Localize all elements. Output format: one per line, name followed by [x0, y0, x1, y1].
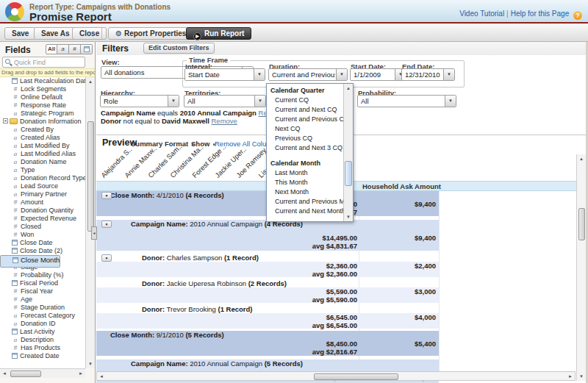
field-item[interactable]: aCreated Alias	[0, 134, 85, 142]
dropdown-option[interactable]: Current and Next CQ	[267, 105, 344, 115]
end-date-input[interactable]: 12/31/2010▼	[401, 68, 455, 81]
scrollbar-thumb[interactable]	[578, 208, 585, 240]
expander-icon[interactable]	[3, 118, 8, 124]
text-field-filter[interactable]: a	[57, 44, 69, 54]
run-report-button[interactable]: ▶Run Report	[186, 27, 251, 40]
field-item[interactable]: #Amount	[0, 198, 85, 207]
dropdown-option[interactable]: Last Month	[267, 168, 344, 178]
field-item[interactable]: #Online Default	[0, 93, 85, 101]
preview-horizontal-scrollbar[interactable]: ◄ ►	[96, 371, 576, 381]
scroll-down-icon[interactable]: ▼	[86, 359, 95, 368]
field-item[interactable]: #Lock Segments	[0, 85, 85, 93]
field-item[interactable]: aDonation ID	[0, 320, 85, 328]
scrollbar-thumb[interactable]	[10, 371, 41, 377]
probability-select[interactable]: All▼	[357, 95, 456, 107]
start-date-input[interactable]: 1/1/2009▼	[350, 68, 406, 81]
donor-group-row[interactable]: ▼Donor: Charles Sampson (1 Record)	[96, 254, 439, 262]
close-month-group-row[interactable]: Close Month: 9/1/2010 (5 Records)$5,400$…	[96, 331, 439, 356]
field-item[interactable]: aCreated By	[0, 126, 85, 134]
field-item[interactable]: Last Recalculation Date	[0, 77, 85, 85]
field-item[interactable]: #Age	[0, 296, 85, 304]
scrollbar-thumb[interactable]	[345, 161, 352, 186]
donor-group-row[interactable]: Donor: Trevor Brooking (1 Record)	[96, 305, 439, 313]
collapse-arrow-icon[interactable]: ▼	[101, 221, 112, 228]
household-ask-amount-header[interactable]: Household Ask Amount	[362, 182, 441, 191]
save-as-button[interactable]: Save As	[34, 27, 77, 40]
duration-select[interactable]: Current and Previous FY▼	[268, 68, 348, 81]
fields-vertical-scrollbar[interactable]: ▲ ▼	[85, 77, 95, 368]
scroll-down-icon[interactable]: ▼	[344, 212, 353, 221]
text-field-icon: a	[12, 182, 19, 190]
field-item[interactable]: aLast Modified Alias	[0, 150, 85, 158]
help-link[interactable]: Help for this Page	[511, 10, 570, 18]
dropdown-option[interactable]: Current and Previous CQ	[267, 115, 344, 124]
scroll-right-icon[interactable]: ►	[76, 369, 85, 378]
field-item[interactable]: aPrimary Partner	[0, 190, 85, 198]
field-item[interactable]: Created Date	[0, 352, 85, 360]
dropdown-option[interactable]: Next Month	[267, 187, 344, 197]
field-item[interactable]: aDonation Record Type	[0, 174, 85, 182]
video-tutorial-link[interactable]: Video Tutorial	[459, 10, 504, 18]
help-icon[interactable]: ?	[573, 11, 582, 20]
field-item[interactable]: #Expected Revenue	[0, 215, 85, 223]
field-item[interactable]: #Donation Quantity	[0, 207, 85, 215]
field-item[interactable]: aDonation Name	[0, 158, 85, 166]
field-type-filter-all[interactable]: All	[46, 44, 57, 54]
field-type-filter-num[interactable]: #	[69, 44, 81, 54]
scroll-up-icon[interactable]: ▲	[577, 154, 586, 163]
remove-filter-link[interactable]: Remove	[212, 117, 237, 125]
field-item[interactable]: Last Activity	[0, 328, 85, 336]
field-item[interactable]: aLast Modified By	[0, 142, 85, 150]
dropdown-option[interactable]: Current CQ	[267, 96, 344, 105]
summary-values: $4,000$6,545.00avg $6,545.00	[96, 313, 439, 329]
collapse-arrow-icon[interactable]: ▼	[101, 254, 112, 262]
field-item[interactable]: #Fiscal Year	[0, 287, 85, 296]
field-item[interactable]: #Has Products	[0, 344, 85, 352]
field-item[interactable]: aLead Source	[0, 182, 85, 190]
dropdown-option[interactable]: This Month	[267, 178, 344, 187]
quick-find-input[interactable]: Quick Find	[2, 57, 85, 68]
field-item[interactable]: #Won	[0, 231, 85, 239]
preview-vertical-scrollbar[interactable]: ▲ ▼	[576, 154, 586, 381]
scroll-left-icon[interactable]: ◄	[0, 369, 9, 378]
fields-horizontal-scrollbar[interactable]: ◄ ►	[0, 368, 85, 378]
interval-select[interactable]: Start Date▼	[184, 68, 265, 81]
field-item[interactable]: Close Date (2)	[0, 247, 85, 255]
field-item[interactable]: #Closed	[0, 223, 85, 231]
dropdown-option[interactable]: Current and Next 3 CQ	[267, 143, 344, 153]
scroll-down-icon[interactable]: ▼	[577, 372, 586, 381]
dropdown-option[interactable]: Next CQ	[267, 124, 344, 134]
edit-custom-filters-button[interactable]: Edit Custom Filters	[143, 43, 215, 54]
scroll-up-icon[interactable]: ▲	[86, 77, 95, 86]
scrollbar-thumb[interactable]	[314, 373, 398, 380]
campaign-group-row[interactable]: ▼Campaign Name: 2010 Annual Campaign (4 …	[96, 220, 439, 251]
scroll-up-icon[interactable]: ▲	[344, 84, 353, 93]
scroll-right-icon[interactable]: ►	[566, 372, 575, 381]
dropdown-option[interactable]: Previous CQ	[267, 134, 344, 143]
collapse-arrow-icon[interactable]: ▼	[101, 192, 112, 199]
dropdown-option[interactable]: Current and Next Month	[267, 207, 344, 216]
field-item[interactable]: Donation Information	[0, 118, 85, 126]
field-item[interactable]: #Response Rate	[0, 101, 85, 110]
save-button[interactable]: Save	[4, 27, 36, 40]
field-item[interactable]: aStrategic Program	[0, 110, 85, 118]
field-item[interactable]: Fiscal Period	[0, 279, 85, 287]
sidebar-collapse-handle[interactable]: ◂	[91, 226, 97, 240]
field-item[interactable]: aDescription	[0, 336, 85, 344]
dropdown-scrollbar[interactable]: ▲ ▼	[343, 84, 353, 221]
field-item[interactable]: #Stage Duration	[0, 304, 85, 312]
field-item[interactable]: aType	[0, 166, 85, 174]
field-item[interactable]: Close Date	[0, 239, 85, 247]
donor-group-row[interactable]: Donor: Jackie Uperesa Robinson (2 Record…	[96, 279, 439, 287]
scroll-left-icon[interactable]: ◄	[97, 372, 106, 381]
scrollbar-thumb[interactable]	[87, 121, 94, 232]
field-item[interactable]: Close Month	[0, 255, 60, 268]
field-item[interactable]: #Probability (%)	[0, 271, 85, 279]
territories-select[interactable]: All▼	[184, 95, 266, 107]
report-properties-button[interactable]: ⚙Report Properties	[108, 27, 193, 40]
dropdown-option[interactable]: Current and Previous Mo...	[267, 197, 344, 207]
hierarchy-select[interactable]: Role▼	[100, 95, 179, 107]
field-type-filter-date[interactable]	[81, 44, 93, 54]
field-item[interactable]: aForecast Category	[0, 312, 85, 320]
summary-format-menu[interactable]: Summary Format▼	[131, 140, 195, 148]
